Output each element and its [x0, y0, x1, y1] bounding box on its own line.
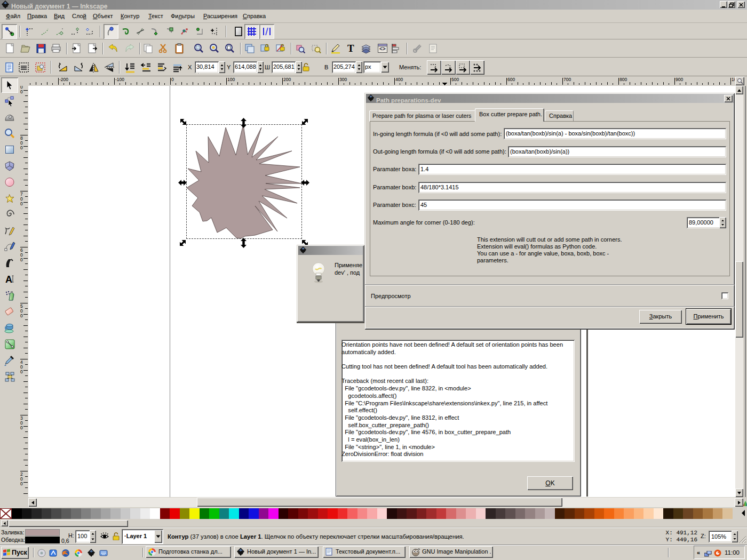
svg-text:-200: -200: [59, 77, 68, 82]
svg-text:100: 100: [227, 77, 235, 82]
svg-text:900: 900: [676, 77, 683, 82]
svg-text:700: 700: [563, 77, 571, 82]
svg-text:200: 200: [283, 77, 291, 82]
svg-text:0: 0: [171, 77, 174, 82]
svg-text:0: 0: [20, 425, 23, 430]
svg-text:0: 0: [20, 369, 23, 374]
svg-text:600: 600: [507, 77, 515, 82]
svg-text:0: 0: [20, 313, 23, 318]
svg-text:400: 400: [395, 77, 403, 82]
svg-text:800: 800: [619, 77, 627, 82]
svg-text:300: 300: [339, 77, 347, 82]
svg-text:-100: -100: [115, 77, 124, 82]
svg-text:0: 0: [20, 481, 23, 486]
svg-text:T: T: [347, 43, 354, 54]
svg-text:0: 0: [20, 257, 23, 262]
svg-text:0: 0: [20, 145, 23, 150]
svg-text:A: A: [5, 274, 12, 285]
svg-text:0: 0: [20, 89, 23, 94]
svg-text:0: 0: [20, 201, 23, 206]
svg-text:500: 500: [451, 77, 459, 82]
svg-text:<>: <>: [379, 46, 386, 52]
